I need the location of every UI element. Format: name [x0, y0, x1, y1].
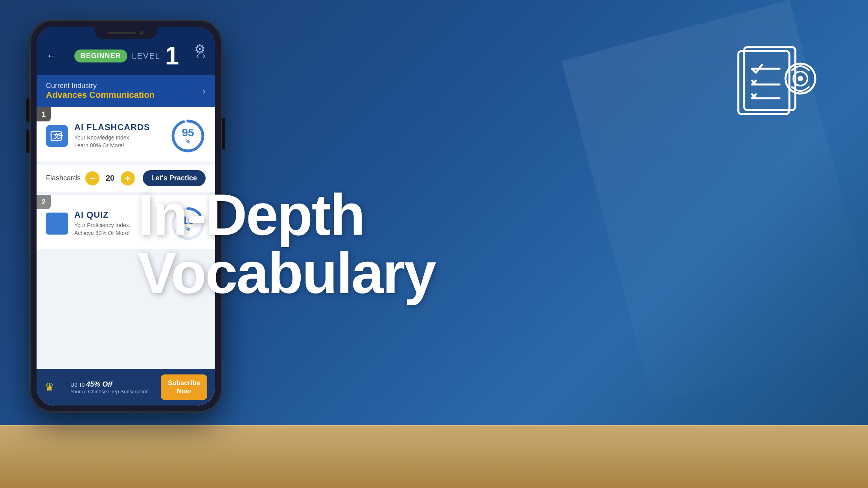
flashcards-section: 1 文 AI FLASHCARDS: [37, 107, 215, 161]
hero-text-container: In-Depth Vocabulary: [138, 186, 435, 302]
promo-banner: ♛ Up To 45% Off Your AI Chinese Prep Sub…: [37, 369, 215, 405]
section-1-number: 1: [37, 107, 51, 121]
flashcard-title: AI FLASHCARDS: [74, 122, 164, 132]
level-number: 1: [165, 43, 179, 68]
settings-icon[interactable]: ⚙: [194, 42, 206, 57]
industry-chevron-icon: ›: [202, 86, 206, 97]
flashcard-count-label: Flashcards: [46, 174, 81, 182]
svg-rect-1: [744, 47, 795, 110]
hero-title-line1: In-Depth: [138, 186, 435, 244]
notch: [94, 27, 157, 39]
promo-subscription-text: Your AI Chinese Prep Subscription: [70, 389, 149, 394]
volume-down-button: [26, 130, 29, 153]
decrement-button[interactable]: −: [85, 171, 99, 185]
quiz-icon: [46, 213, 68, 235]
subscribe-button[interactable]: Subscribe Now: [161, 374, 207, 400]
document-icon: [730, 39, 817, 127]
flashcard-icon: 文: [46, 125, 68, 147]
power-button: [222, 118, 225, 149]
flashcard-progress-value: 95 %: [170, 118, 206, 154]
hero-title-line2: Vocabulary: [138, 244, 435, 302]
flashcard-progress: 95 %: [170, 118, 206, 154]
notch-camera: [140, 31, 143, 35]
industry-text: Current Industry Advances Communication: [46, 82, 154, 100]
promo-text: Up To 45% Off Your AI Chinese Prep Subsc…: [70, 380, 149, 394]
svg-point-11: [798, 76, 803, 81]
industry-value: Advances Communication: [46, 90, 154, 100]
flashcard-desc: Your Knowledge Index. Learn 80% Or More!: [74, 134, 164, 149]
floor: [0, 425, 868, 488]
promo-discount-text: Up To 45% Off: [70, 380, 149, 389]
industry-label: Current Industry: [46, 82, 154, 90]
crown-icon: ♛: [44, 381, 54, 394]
notch-bar: [108, 32, 136, 34]
back-arrow-icon[interactable]: ←: [46, 50, 57, 62]
svg-rect-19: [52, 218, 62, 229]
flashcard-info: AI FLASHCARDS Your Knowledge Index. Lear…: [74, 122, 164, 149]
increment-button[interactable]: +: [121, 171, 135, 185]
flashcard-count: 20: [104, 174, 116, 183]
level-label: LEVEL: [132, 51, 160, 61]
volume-up-button: [26, 98, 29, 122]
section-2-number: 2: [37, 195, 51, 209]
level-section: BEGINNER LEVEL 1: [74, 43, 179, 68]
svg-rect-0: [738, 51, 789, 114]
beginner-badge: BEGINNER: [74, 50, 127, 62]
industry-banner[interactable]: Current Industry Advances Communication …: [37, 75, 215, 107]
